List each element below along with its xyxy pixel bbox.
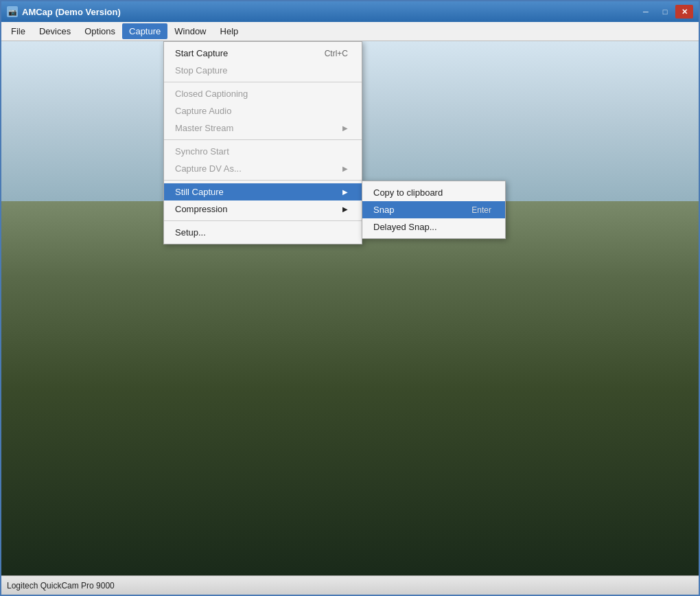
master-stream-item: Master Stream ▶ — [164, 119, 362, 137]
window-title: AMCap (Demo Version) — [22, 7, 637, 17]
capture-dv-arrow: ▶ — [342, 165, 348, 172]
maximize-button[interactable]: □ — [656, 5, 674, 19]
main-window: 📷 AMCap (Demo Version) ─ □ ✕ File Device… — [0, 0, 700, 596]
menu-options[interactable]: Options — [78, 23, 122, 39]
closed-captioning-item: Closed Captioning — [164, 85, 362, 102]
compression-arrow: ▶ — [342, 205, 348, 213]
delayed-snap-item[interactable]: Delayed Snap... — [362, 218, 505, 236]
still-capture-item[interactable]: Still Capture ▶ Copy to clipboard Snap E… — [164, 183, 362, 200]
capture-audio-item: Capture Audio — [164, 102, 362, 119]
still-capture-submenu: Copy to clipboard Snap Enter Delayed Sna… — [362, 181, 506, 239]
separator-4 — [164, 220, 362, 221]
window-controls: ─ □ ✕ — [637, 5, 693, 19]
stop-capture-item: Stop Capture — [164, 62, 362, 79]
snap-item[interactable]: Snap Enter — [362, 201, 505, 218]
separator-1 — [164, 82, 362, 82]
main-content: Start Capture Ctrl+C Stop Capture Closed… — [1, 41, 699, 595]
menu-capture[interactable]: Capture — [122, 23, 167, 39]
app-icon: 📷 — [7, 6, 18, 17]
synchro-start-item: Synchro Start — [164, 143, 362, 160]
office-scene — [1, 201, 699, 575]
status-bar: Logitech QuickCam Pro 9000 — [1, 575, 699, 595]
capture-dropdown: Start Capture Ctrl+C Stop Capture Closed… — [163, 41, 362, 244]
menu-window[interactable]: Window — [167, 23, 213, 39]
master-stream-arrow: ▶ — [342, 124, 348, 132]
separator-2 — [164, 139, 362, 140]
menu-file[interactable]: File — [4, 23, 32, 39]
compression-item[interactable]: Compression ▶ — [164, 200, 362, 218]
minimize-button[interactable]: ─ — [637, 5, 655, 19]
menu-bar: File Devices Options Capture Window Help — [1, 22, 699, 41]
status-text: Logitech QuickCam Pro 9000 — [7, 581, 115, 591]
still-capture-arrow: ▶ — [342, 188, 348, 196]
copy-to-clipboard-item[interactable]: Copy to clipboard — [362, 184, 505, 201]
setup-item[interactable]: Setup... — [164, 224, 362, 241]
menu-help[interactable]: Help — [213, 23, 246, 39]
menu-devices[interactable]: Devices — [32, 23, 78, 39]
title-bar: 📷 AMCap (Demo Version) ─ □ ✕ — [1, 1, 699, 22]
separator-3 — [164, 180, 362, 181]
capture-dv-as-item: Capture DV As... ▶ — [164, 160, 362, 177]
close-button[interactable]: ✕ — [675, 5, 693, 19]
start-capture-item[interactable]: Start Capture Ctrl+C — [164, 45, 362, 62]
